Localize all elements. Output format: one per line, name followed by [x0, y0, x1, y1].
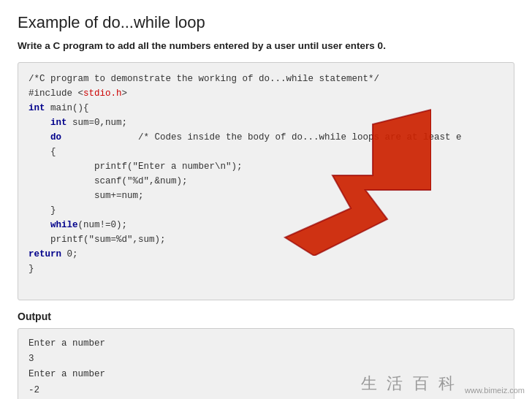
output-line-4: -2 — [28, 385, 39, 395]
code-line-7: printf("Enter a number\n"); — [28, 162, 243, 172]
page-title: Example of do...while loop — [18, 13, 514, 32]
code-line-12: printf("sum=%d",sum); — [28, 235, 166, 245]
code-line-3: int main(){ — [28, 103, 89, 113]
code-line-13: return 0; — [28, 249, 78, 259]
code-block: /*C program to demonstrate the working o… — [18, 62, 514, 300]
output-line-2: 3 — [28, 354, 34, 364]
code-line-14: } — [28, 264, 34, 274]
page-container: Example of do...while loop Write a C pro… — [0, 0, 532, 399]
code-line-6: { — [28, 147, 56, 157]
watermark: 生 活 百 科 www.bimeiz.com — [361, 373, 525, 395]
code-line-5: do /* Codes inside the body of do...whil… — [28, 132, 462, 142]
code-line-9: sum+=num; — [28, 191, 144, 201]
watermark-url: www.bimeiz.com — [465, 386, 525, 395]
code-line-10: } — [28, 205, 56, 216]
page-subtitle: Write a C program to add all the numbers… — [18, 39, 514, 53]
code-line-8: scanf("%d",&num); — [28, 176, 188, 186]
output-label: Output — [18, 311, 514, 322]
output-line-1: Enter a number — [28, 338, 105, 349]
code-line-11: while(num!=0); — [28, 220, 127, 230]
code-line-2: #include <stdio.h> — [28, 88, 127, 99]
watermark-chinese: 生 活 百 科 — [361, 373, 458, 395]
code-line-4: int sum=0,num; — [28, 118, 127, 128]
output-line-3: Enter a number — [28, 369, 105, 379]
code-line-1: /*C program to demonstrate the working o… — [28, 74, 379, 84]
